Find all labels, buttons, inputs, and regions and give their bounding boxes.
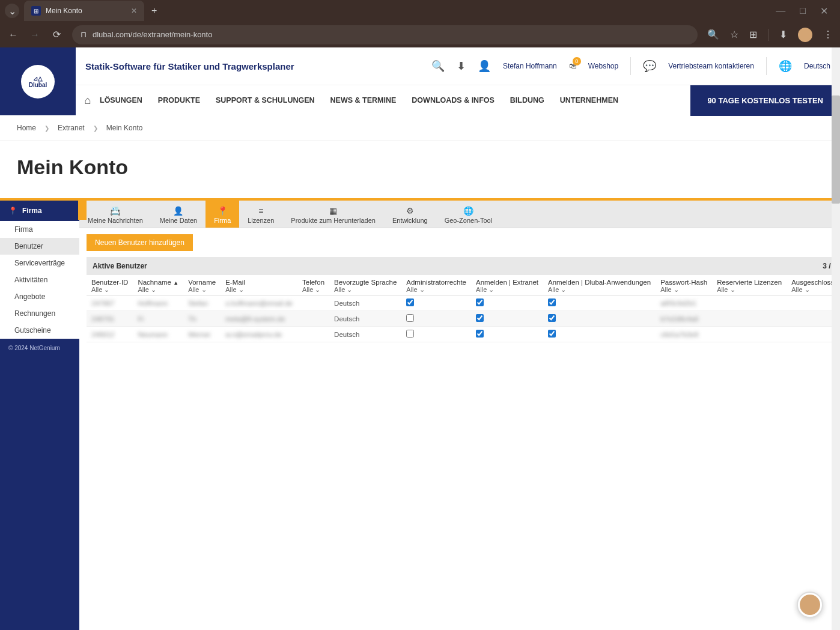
breadcrumb: Home❯Extranet❯Mein Konto <box>0 115 840 141</box>
downloads-icon[interactable]: ⬇ <box>779 29 787 40</box>
back-button[interactable]: ← <box>7 29 19 40</box>
tab-icon: 📇 <box>110 206 120 216</box>
close-window-icon[interactable]: ✕ <box>820 5 828 17</box>
tab-icon: 📍 <box>218 206 228 216</box>
checkbox[interactable] <box>548 330 556 338</box>
checkbox[interactable] <box>548 314 556 322</box>
nav-item[interactable]: UNTERNEHMEN <box>560 96 618 104</box>
top-tab[interactable]: ⚙Entwicklung <box>384 201 436 228</box>
column-header[interactable]: Anmelden | Dlubal-AnwendungenAlle <box>543 275 656 295</box>
zoom-icon[interactable]: 🔍 <box>707 29 719 40</box>
column-filter[interactable]: Alle <box>548 286 566 293</box>
user-icon[interactable]: 👤 <box>478 59 491 73</box>
logo[interactable]: ⊿△Dlubal <box>0 47 76 115</box>
column-filter[interactable]: Alle <box>717 286 735 293</box>
sidebar-item[interactable]: Angebote <box>0 288 79 305</box>
column-filter[interactable]: Alle <box>188 286 206 293</box>
language-link[interactable]: Deutsch <box>804 62 830 70</box>
column-header[interactable]: Nachname ▲Alle <box>133 275 183 295</box>
scrollbar[interactable] <box>832 47 840 630</box>
webshop-link[interactable]: Webshop <box>588 62 618 70</box>
left-panel-header: 📍 Firma <box>0 201 79 221</box>
search-icon[interactable]: 🔍 <box>431 59 445 73</box>
user-name-link[interactable]: Stefan Hoffmann <box>503 62 557 70</box>
checkbox[interactable] <box>476 314 484 322</box>
checkbox[interactable] <box>406 314 414 322</box>
cart-icon[interactable]: 🛍0 <box>569 62 576 70</box>
checkbox[interactable] <box>476 298 484 306</box>
download-icon[interactable]: ⬇ <box>457 59 466 73</box>
sidebar-item[interactable]: Aktivitäten <box>0 271 79 288</box>
add-user-button[interactable]: Neuen Benutzer hinzufügen <box>87 234 193 251</box>
column-filter[interactable]: Alle <box>660 286 678 293</box>
maximize-icon[interactable]: □ <box>800 5 806 17</box>
home-icon[interactable]: ⌂ <box>76 94 100 107</box>
nav-item[interactable]: SUPPORT & SCHULUNGEN <box>216 96 315 104</box>
menu-icon[interactable]: ⋮ <box>823 29 833 40</box>
breadcrumb-link[interactable]: Mein Konto <box>106 124 143 132</box>
column-filter[interactable]: Alle <box>225 286 243 293</box>
column-header[interactable]: Benutzer-IDAlle <box>87 275 133 295</box>
top-tab[interactable]: ≡Lizenzen <box>239 201 282 228</box>
nav-item[interactable]: LÖSUNGEN <box>100 96 142 104</box>
column-filter[interactable]: Alle <box>302 286 320 293</box>
column-filter[interactable]: Alle <box>91 286 109 293</box>
tagline: Statik-Software für Statiker und Tragwer… <box>85 61 294 71</box>
nav-item[interactable]: DOWNLOADS & INFOS <box>412 96 495 104</box>
breadcrumb-link[interactable]: Extranet <box>58 124 85 132</box>
column-header[interactable]: Reservierte LizenzenAlle <box>712 275 787 295</box>
profile-avatar[interactable] <box>798 28 812 42</box>
column-header[interactable]: E-MailAlle <box>221 275 297 295</box>
column-header[interactable]: Anmelden | ExtranetAlle <box>471 275 543 295</box>
new-tab-button[interactable]: + <box>151 5 157 16</box>
close-tab-icon[interactable]: ✕ <box>131 7 137 15</box>
table-row[interactable]: 249012NeumannWernerw.n@emailprov.deDeuts… <box>87 327 840 342</box>
top-tab[interactable]: 📍Firma <box>205 201 239 228</box>
checkbox[interactable] <box>406 298 414 306</box>
sidebar-item[interactable]: Gutscheine <box>0 322 79 339</box>
checkbox[interactable] <box>476 330 484 338</box>
top-tab[interactable]: ▦Produkte zum Herunterladen <box>282 201 384 228</box>
column-header[interactable]: TelefonAlle <box>297 275 329 295</box>
reload-button[interactable]: ⟳ <box>50 29 62 40</box>
column-filter[interactable]: Alle <box>791 286 809 293</box>
sidebar-item[interactable]: Rechnungen <box>0 305 79 322</box>
nav-item[interactable]: PRODUKTE <box>158 96 200 104</box>
forward-button[interactable]: → <box>29 29 41 40</box>
table-row[interactable]: 247867HoffmannStefans.hoffmann@email.deD… <box>87 295 840 311</box>
sidebar-item[interactable]: Serviceverträge <box>0 255 79 271</box>
nav-item[interactable]: BILDUNG <box>510 96 544 104</box>
site-info-icon[interactable]: ⊓ <box>81 30 87 39</box>
globe-icon[interactable]: 🌐 <box>779 59 792 73</box>
column-filter[interactable]: Alle <box>406 286 424 293</box>
sidebar-item[interactable]: Firma <box>0 221 79 238</box>
column-header[interactable]: AdministratorrechteAlle <box>401 275 471 295</box>
column-filter[interactable]: Alle <box>334 286 352 293</box>
url-input[interactable]: ⊓ dlubal.com/de/extranet/mein-konto <box>72 25 698 44</box>
column-filter[interactable]: Alle <box>476 286 494 293</box>
tab-list-dropdown[interactable]: ⌄ <box>5 4 19 18</box>
bookmark-icon[interactable]: ☆ <box>730 29 738 40</box>
tab-bar: ⌄ ⊞ Mein Konto ✕ + — □ ✕ <box>0 0 840 22</box>
table-row[interactable]: 248791FiThmeta@fi-system.deDeutschb7e2d8… <box>87 311 840 327</box>
chat-widget[interactable] <box>797 592 823 618</box>
column-header[interactable]: VornameAlle <box>183 275 221 295</box>
sidebar-item[interactable]: Benutzer <box>0 238 79 255</box>
top-tab[interactable]: 🌐Geo-Zonen-Tool <box>436 201 501 228</box>
nav-item[interactable]: NEWS & TERMINE <box>330 96 397 104</box>
checkbox[interactable] <box>406 330 414 338</box>
contact-link[interactable]: Vertriebsteam kontaktieren <box>668 62 754 70</box>
minimize-icon[interactable]: — <box>776 5 785 17</box>
column-header[interactable]: Passwort-HashAlle <box>656 275 712 295</box>
column-filter[interactable]: Alle <box>138 286 156 293</box>
browser-tab[interactable]: ⊞ Mein Konto ✕ <box>24 1 144 21</box>
extensions-icon[interactable]: ⊞ <box>749 29 757 40</box>
top-tab[interactable]: 📇Meine Nachrichten <box>79 201 151 228</box>
tab-title: Mein Konto <box>46 7 82 15</box>
top-tab[interactable]: 👤Meine Daten <box>151 201 205 228</box>
breadcrumb-link[interactable]: Home <box>17 124 36 132</box>
trial-cta-button[interactable]: 90 TAGE KOSTENLOS TESTEN <box>690 85 840 116</box>
column-header[interactable]: Bevorzugte SpracheAlle <box>329 275 401 295</box>
chat-icon[interactable]: 💬 <box>643 59 656 73</box>
checkbox[interactable] <box>548 298 556 306</box>
